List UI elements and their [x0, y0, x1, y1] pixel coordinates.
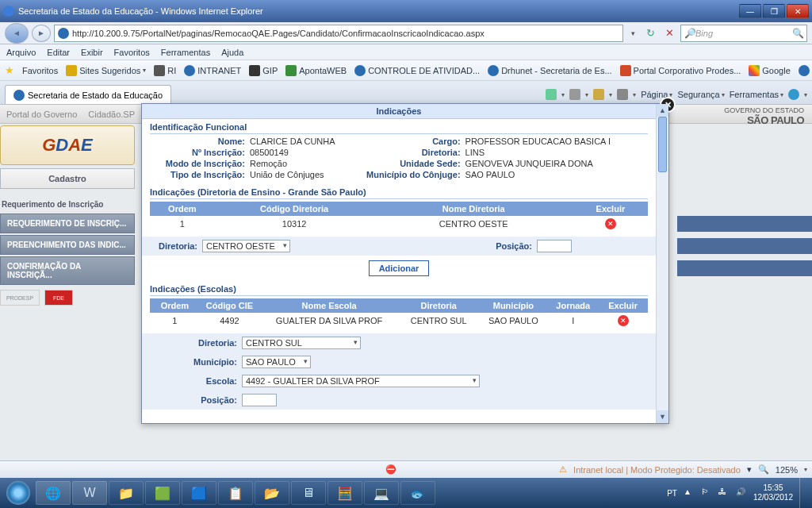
active-tab[interactable]: Secretaria de Estado da Educação — [5, 85, 171, 104]
show-desktop-button[interactable] — [799, 478, 807, 508]
select-esc-diretoria[interactable]: CENTRO SUL — [242, 337, 361, 349]
ie-favicon — [3, 6, 14, 17]
fav-gip[interactable]: GIP — [249, 65, 278, 76]
back-button[interactable]: ◄ — [5, 23, 29, 44]
help-icon[interactable] — [788, 89, 799, 100]
dir-delete-icon[interactable]: ✕ — [605, 218, 616, 229]
close-button[interactable]: ✕ — [787, 4, 809, 18]
taskbar-app3[interactable]: 📋 — [218, 481, 253, 505]
tray-flag-icon[interactable]: 🏳 — [701, 487, 712, 498]
clock[interactable]: 15:35 12/03/2012 — [753, 483, 793, 502]
favorites-bar: ★ Favoritos Sites Sugeridos▾ RI INTRANET… — [0, 60, 812, 81]
select-esc-municipio[interactable]: SAO PAULO — [242, 356, 311, 368]
sidebar-cadastro[interactable]: Cadastro — [0, 168, 135, 189]
search-box[interactable]: 🔎 Bing 🔍 — [680, 25, 807, 42]
link-portal-governo[interactable]: Portal do Governo — [6, 110, 77, 119]
scroll-up-icon[interactable]: ▲ — [657, 104, 668, 117]
select-esc-escola[interactable]: 4492 - GUALTER DA SILVA PROF — [242, 375, 480, 387]
fav-ri[interactable]: RI — [154, 65, 176, 76]
scroll-thumb[interactable] — [658, 117, 667, 172]
zoom-menu[interactable]: ▾ — [804, 466, 807, 473]
modal-scrollbar[interactable]: ▲ ▼ — [656, 104, 668, 423]
modal-title: Indicações — [142, 104, 656, 119]
security-menu[interactable]: Segurança▾ — [677, 90, 724, 99]
forward-button[interactable]: ► — [32, 25, 51, 42]
esc-delete-icon[interactable]: ✕ — [618, 315, 629, 326]
fav-intranet[interactable]: INTRANET — [184, 65, 241, 76]
home-icon[interactable] — [546, 89, 557, 100]
taskbar-app7[interactable]: 🐟 — [400, 481, 435, 505]
popup-blocked-icon[interactable]: ⛔ — [385, 464, 396, 475]
taskbar: 🌐 W 📁 🟩 🟦 📋 📂 🖥 🧮 💻 🐟 PT ▲ 🏳 🖧 🔊 15:35 1… — [0, 478, 812, 508]
table-escolas: Ordem Código CIE Nome Escola Diretoria M… — [150, 298, 648, 329]
sidebar-subtitle: Requerimento de Inscrição — [0, 197, 135, 212]
menu-editar[interactable]: Editar — [47, 48, 70, 57]
sidebar-requerimento[interactable]: REQUERIMENTO DE INSCRIÇ... — [0, 214, 135, 233]
taskbar-word[interactable]: W — [72, 481, 107, 505]
logo-fde: FDE — [44, 290, 73, 306]
fav-drhunet[interactable]: Drhunet - Secretaria de Es... — [488, 65, 611, 76]
taskbar-app2[interactable]: 🟦 — [182, 481, 216, 505]
fav-simples[interactable]: simples — [799, 65, 812, 76]
taskbar-explorer[interactable]: 📁 — [109, 481, 144, 505]
fav-portal-prodesp[interactable]: Portal Corporativo Prodes... — [620, 65, 741, 76]
value-cargo: PROFESSOR EDUCACAO BASICA I — [465, 137, 611, 146]
start-button[interactable] — [2, 478, 35, 508]
menu-ajuda[interactable]: Ajuda — [221, 48, 243, 57]
feed-icon[interactable] — [569, 89, 580, 100]
taskbar-calc[interactable]: 🧮 — [327, 481, 362, 505]
mail-icon[interactable] — [593, 89, 604, 100]
esc-codigo: 4492 — [200, 313, 259, 329]
value-nome: CLARICE DA CUNHA — [250, 137, 335, 146]
menu-exibir[interactable]: Exibir — [81, 48, 103, 57]
taskbar-app6[interactable]: 💻 — [364, 481, 399, 505]
tools-menu[interactable]: Ferramentas▾ — [730, 90, 783, 99]
menu-ferramentas[interactable]: Ferramentas — [161, 48, 210, 57]
th-esc-diretoria: Diretoria — [399, 298, 478, 313]
section-diretoria: Indicações (Diretoria de Ensino - Grande… — [150, 187, 648, 199]
app-sidebar: GDAE Cadastro Requerimento de Inscrição … — [0, 125, 135, 306]
value-municipio-conjuge: SAO PAULO — [465, 170, 611, 179]
taskbar-app1[interactable]: 🟩 — [145, 481, 180, 505]
tray-volume-icon[interactable]: 🔊 — [736, 487, 747, 498]
menu-arquivo[interactable]: Arquivo — [6, 48, 36, 57]
scroll-down-icon[interactable]: ▼ — [657, 410, 668, 423]
print-icon[interactable] — [617, 89, 628, 100]
sidebar-preenchimento[interactable]: PREENCHIMENTO DAS INDIC... — [0, 235, 135, 255]
select-diretoria[interactable]: CENTRO OESTE — [202, 240, 290, 252]
address-bar[interactable]: http://10.200.9.75/PortalNet/paginas/Rem… — [54, 25, 623, 42]
taskbar-app4[interactable]: 📂 — [255, 481, 289, 505]
lang-indicator[interactable]: PT — [667, 489, 677, 498]
security-zone: Intranet local | Modo Protegido: Desativ… — [573, 465, 741, 475]
maximize-button[interactable]: ❐ — [763, 4, 785, 18]
search-button-icon[interactable]: 🔍 — [792, 28, 803, 39]
link-cidadao-sp[interactable]: Cidadão.SP — [88, 110, 135, 119]
address-dropdown[interactable]: ▾ — [626, 29, 639, 37]
favorites-label[interactable]: Favoritos — [22, 66, 58, 75]
stop-button[interactable]: ✕ — [661, 25, 677, 41]
zoom-icon[interactable]: 🔍 — [758, 464, 769, 475]
taskbar-app5[interactable]: 🖥 — [291, 481, 326, 505]
fav-controle[interactable]: CONTROLE DE ATIVIDAD... — [354, 65, 480, 76]
favorites-star-icon[interactable]: ★ — [5, 64, 14, 76]
sidebar-confirmacao[interactable]: CONFIRMAÇÃO DA INSCRIÇÃ... — [0, 256, 135, 285]
input-posicao-escola[interactable] — [242, 394, 277, 406]
taskbar-ie[interactable]: 🌐 — [36, 481, 71, 505]
input-posicao-diretoria[interactable] — [537, 240, 572, 252]
fav-apontaweb[interactable]: ApontaWEB — [285, 65, 347, 76]
value-tipo: União de Cônjuges — [250, 170, 335, 179]
zoom-dropdown-icon[interactable]: ▾ — [747, 464, 752, 475]
tray-network-icon[interactable]: 🖧 — [718, 487, 730, 498]
adicionar-button[interactable]: Adicionar — [369, 260, 430, 276]
tray-icon-1[interactable]: ▲ — [684, 487, 695, 498]
menu-favoritos[interactable]: Favoritos — [114, 48, 150, 57]
value-unidade: GENOVEVA JUNQUEIRA DONA — [465, 159, 611, 168]
refresh-button[interactable]: ↻ — [642, 25, 658, 41]
fav-google[interactable]: Google — [749, 65, 790, 76]
th-esc-ordem: Ordem — [150, 298, 200, 313]
status-bar: ⛔ ⚠ Intranet local | Modo Protegido: Des… — [0, 460, 812, 478]
fav-sites-sugeridos[interactable]: Sites Sugeridos▾ — [66, 65, 146, 76]
dir-ordem: 1 — [150, 216, 215, 232]
minimize-button[interactable]: — — [739, 4, 761, 18]
tab-title: Secretaria de Estado da Educação — [28, 90, 163, 100]
